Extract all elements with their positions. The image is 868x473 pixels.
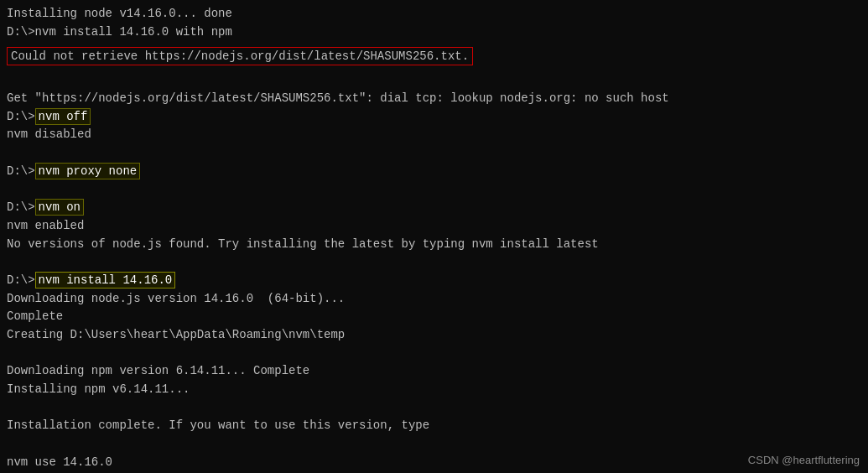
line-nvm-proxy: D:\>nvm proxy none	[7, 163, 861, 181]
line-nvm-disabled: nvm disabled	[7, 126, 861, 144]
line-blank4	[7, 253, 861, 272]
line-nvm-on: D:\>nvm on	[7, 199, 861, 217]
line-nvm-enabled: nvm enabled	[7, 217, 861, 236]
error-message: Could not retrieve https://nodejs.org/di…	[7, 47, 473, 65]
line-blank2	[7, 144, 861, 163]
line-nvm-install-cmd: D:\>nvm install 14.16.0 with npm	[7, 23, 861, 42]
line-nvm-install: D:\>nvm install 14.16.0	[7, 272, 861, 290]
cmd-nvm-off: nvm off	[35, 108, 91, 125]
line-blank5	[7, 345, 861, 363]
line-no-versions: No versions of node.js found. Try instal…	[7, 236, 861, 254]
error-container: Could not retrieve https://nodejs.org/di…	[7, 44, 861, 69]
watermark: CSDN @heartfluttering	[748, 454, 860, 466]
line-blank7	[7, 435, 861, 454]
line-blank1	[7, 71, 861, 90]
line-downloading-npm: Downloading npm version 6.14.11... Compl…	[7, 362, 861, 381]
line-blank3	[7, 181, 861, 200]
line-get-error: Get "https://nodejs.org/dist/latest/SHAS…	[7, 90, 861, 108]
line-installation-complete: Installation complete. If you want to us…	[7, 417, 861, 435]
line-downloading-node: Downloading node.js version 14.16.0 (64-…	[7, 290, 861, 309]
line-complete: Complete	[7, 308, 861, 326]
line-nvm-off: D:\>nvm off	[7, 108, 861, 127]
cmd-nvm-install: nvm install 14.16.0	[35, 272, 176, 288]
line-installing: Installing node v14.16.0... done	[7, 5, 861, 23]
cmd-nvm-on: nvm on	[35, 199, 84, 216]
cmd-nvm-proxy: nvm proxy none	[35, 163, 141, 179]
line-nvm-use: nvm use 14.16.0	[7, 454, 861, 472]
line-blank6	[7, 399, 861, 418]
line-installing-npm: Installing npm v6.14.11...	[7, 381, 861, 399]
terminal-window: Installing node v14.16.0... done D:\>nvm…	[0, 0, 868, 473]
line-creating: Creating D:\Users\heart\AppData\Roaming\…	[7, 326, 861, 345]
